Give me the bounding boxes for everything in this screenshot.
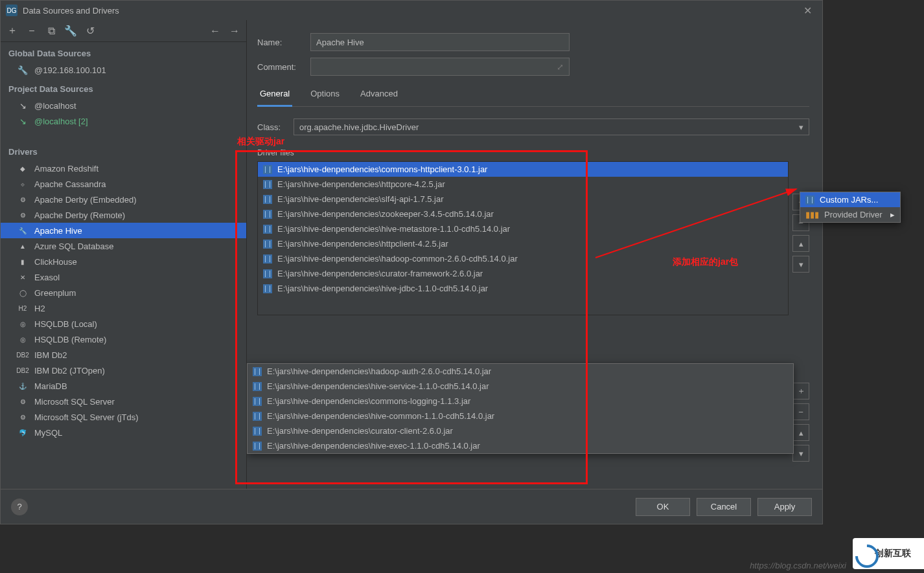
server-icon: 🔧 bbox=[17, 65, 28, 75]
driver-item[interactable]: ⚙Microsoft SQL Server bbox=[1, 394, 246, 409]
comment-input[interactable]: ⤢ bbox=[310, 58, 570, 76]
add-context-menu: Custom JARs... ▮▮▮ Provided Driver ▸ bbox=[800, 192, 901, 223]
driver-item[interactable]: ⟐Apache Cassandra bbox=[1, 176, 246, 192]
jar-icon bbox=[253, 397, 262, 406]
expand-icon[interactable]: ⤢ bbox=[557, 62, 564, 72]
jar-file-row[interactable]: E:\jars\hive-denpendencies\hive-jdbc-1.1… bbox=[258, 281, 788, 296]
url-up-button[interactable]: ▴ bbox=[792, 424, 809, 441]
name-input[interactable]: Apache Hive bbox=[310, 33, 570, 51]
driver-icon: ▮▮▮ bbox=[805, 210, 819, 219]
tree-label: @192.168.100.101 bbox=[34, 65, 106, 75]
driver-item[interactable]: DB2IBM Db2 (JTOpen) bbox=[1, 363, 246, 378]
jar-file-row[interactable]: E:\jars\hive-denpendencies\hive-metastor… bbox=[258, 221, 788, 236]
jar-file-row[interactable]: E:\jars\hive-denpendencies\slf4j-api-1.7… bbox=[258, 192, 788, 207]
jar-icon bbox=[263, 180, 272, 189]
help-icon[interactable]: ? bbox=[11, 499, 28, 515]
driver-item[interactable]: ◎HSQLDB (Remote) bbox=[1, 331, 246, 347]
global-source-item[interactable]: 🔧 @192.168.100.101 bbox=[1, 62, 246, 78]
jar-path: E:\jars\hive-denpendencies\hive-jdbc-1.1… bbox=[277, 284, 488, 293]
jar-file-row[interactable]: E:\jars\hive-denpendencies\hive-service-… bbox=[248, 379, 793, 394]
drivers-header: Drivers bbox=[1, 140, 246, 161]
driver-label: Apache Derby (Embedded) bbox=[34, 195, 137, 205]
driver-item[interactable]: DB2IBM Db2 bbox=[1, 347, 246, 363]
driver-item[interactable]: ⚙Apache Derby (Remote) bbox=[1, 207, 246, 223]
driver-icon: ⚙ bbox=[17, 194, 28, 205]
driver-item[interactable]: H2H2 bbox=[1, 300, 246, 316]
jar-file-row[interactable]: E:\jars\hive-denpendencies\hive-common-1… bbox=[248, 409, 793, 423]
jar-file-row[interactable]: E:\jars\hive-denpendencies\commons-loggi… bbox=[248, 394, 793, 409]
driver-item[interactable]: ▲Azure SQL Database bbox=[1, 238, 246, 254]
driver-item[interactable]: ◆Amazon Redshift bbox=[1, 161, 246, 176]
wrench-icon[interactable]: 🔧 bbox=[64, 25, 77, 38]
driver-item[interactable]: ◯Greenplum bbox=[1, 285, 246, 300]
driver-icon: DB2 bbox=[17, 350, 28, 360]
ok-button[interactable]: OK bbox=[636, 498, 690, 516]
move-down-button[interactable]: ▾ bbox=[792, 256, 809, 273]
jar-file-row[interactable]: E:\jars\hive-denpendencies\httpclient-4.… bbox=[258, 236, 788, 251]
driver-item[interactable]: ⚙Apache Derby (Embedded) bbox=[1, 192, 246, 207]
back-icon[interactable]: ← bbox=[209, 25, 222, 38]
cancel-button[interactable]: Cancel bbox=[697, 498, 751, 516]
copy-icon[interactable]: ⧉ bbox=[45, 25, 58, 38]
reset-icon[interactable]: ↺ bbox=[84, 25, 97, 38]
url-down-button[interactable]: ▾ bbox=[792, 445, 809, 462]
class-combobox[interactable]: org.apache.hive.jdbc.HiveDriver ▾ bbox=[294, 118, 809, 135]
jar-file-row[interactable]: E:\jars\hive-denpendencies\commons-httpc… bbox=[258, 162, 788, 177]
jar-path: E:\jars\hive-denpendencies\httpcore-4.2.… bbox=[277, 179, 445, 189]
driver-item[interactable]: 🐬MySQL bbox=[1, 425, 246, 440]
tab-options[interactable]: Options bbox=[308, 84, 342, 106]
driver-files-list[interactable]: E:\jars\hive-denpendencies\commons-httpc… bbox=[257, 161, 789, 315]
driver-item[interactable]: ⚙Microsoft SQL Server (jTds) bbox=[1, 409, 246, 425]
jar-file-row[interactable]: E:\jars\hive-denpendencies\httpcore-4.2.… bbox=[258, 177, 788, 192]
driver-icon: ▲ bbox=[17, 241, 28, 251]
jar-popup-list[interactable]: E:\jars\hive-denpendencies\hadoop-auth-2… bbox=[247, 363, 794, 454]
driver-icon: ◎ bbox=[17, 334, 28, 344]
jar-file-row[interactable]: E:\jars\hive-denpendencies\curator-frame… bbox=[258, 266, 788, 281]
class-label: Class: bbox=[257, 122, 294, 132]
tab-advanced[interactable]: Advanced bbox=[358, 84, 400, 106]
menu-custom-jars[interactable]: Custom JARs... bbox=[800, 192, 900, 207]
jar-path: E:\jars\hive-denpendencies\slf4j-api-1.7… bbox=[277, 194, 444, 204]
jar-icon bbox=[253, 442, 262, 451]
dialog-footer: ? OK Cancel Apply bbox=[1, 489, 822, 524]
jar-path: E:\jars\hive-denpendencies\hive-metastor… bbox=[277, 224, 510, 234]
server-icon: ↘ bbox=[17, 100, 28, 111]
driver-item[interactable]: ▮ClickHouse bbox=[1, 254, 246, 269]
driver-item[interactable]: ⚓MariaDB bbox=[1, 378, 246, 394]
tab-general[interactable]: General bbox=[257, 84, 292, 107]
driver-icon: ◎ bbox=[17, 319, 28, 329]
jar-file-row[interactable]: E:\jars\hive-denpendencies\hadoop-auth-2… bbox=[248, 364, 793, 379]
jar-file-row[interactable]: E:\jars\hive-denpendencies\curator-clien… bbox=[248, 423, 793, 438]
move-up-button[interactable]: ▴ bbox=[792, 235, 809, 252]
driver-label: H2 bbox=[34, 304, 45, 313]
close-icon[interactable]: ✕ bbox=[798, 5, 817, 17]
name-label: Name: bbox=[257, 38, 303, 47]
apply-button[interactable]: Apply bbox=[757, 498, 812, 516]
chevron-down-icon: ▾ bbox=[799, 122, 803, 132]
jar-icon bbox=[263, 269, 272, 278]
chevron-right-icon: ▸ bbox=[890, 210, 895, 219]
project-source-item[interactable]: ↘ @localhost bbox=[1, 98, 246, 113]
driver-icon: ⚓ bbox=[17, 381, 28, 391]
driver-item[interactable]: ◎HSQLDB (Local) bbox=[1, 316, 246, 331]
forward-icon[interactable]: → bbox=[228, 25, 241, 38]
tabs: General Options Advanced bbox=[257, 84, 809, 107]
jar-icon bbox=[253, 427, 262, 436]
menu-provided-driver[interactable]: ▮▮▮ Provided Driver ▸ bbox=[800, 207, 900, 222]
dialog-title: Data Sources and Drivers bbox=[23, 6, 798, 16]
url-add-button[interactable]: ＋ bbox=[792, 383, 809, 399]
jar-icon bbox=[263, 284, 272, 293]
driver-item[interactable]: 🔧Apache Hive bbox=[1, 223, 246, 238]
url-remove-button[interactable]: − bbox=[792, 403, 809, 420]
jar-file-row[interactable]: E:\jars\hive-denpendencies\hive-exec-1.1… bbox=[248, 438, 793, 453]
project-source-item[interactable]: ↘ @localhost [2] bbox=[1, 113, 246, 129]
app-icon: DG bbox=[6, 5, 17, 16]
jar-path: E:\jars\hive-denpendencies\commons-loggi… bbox=[267, 396, 470, 406]
add-icon[interactable]: ＋ bbox=[6, 25, 19, 38]
driver-item[interactable]: ✕Exasol bbox=[1, 269, 246, 285]
jar-path: E:\jars\hive-denpendencies\commons-httpc… bbox=[277, 164, 487, 174]
driver-icon: ⚙ bbox=[17, 210, 28, 220]
remove-icon[interactable]: − bbox=[25, 25, 38, 38]
jar-file-row[interactable]: E:\jars\hive-denpendencies\zookeeper-3.4… bbox=[258, 207, 788, 221]
jar-icon bbox=[263, 254, 272, 264]
